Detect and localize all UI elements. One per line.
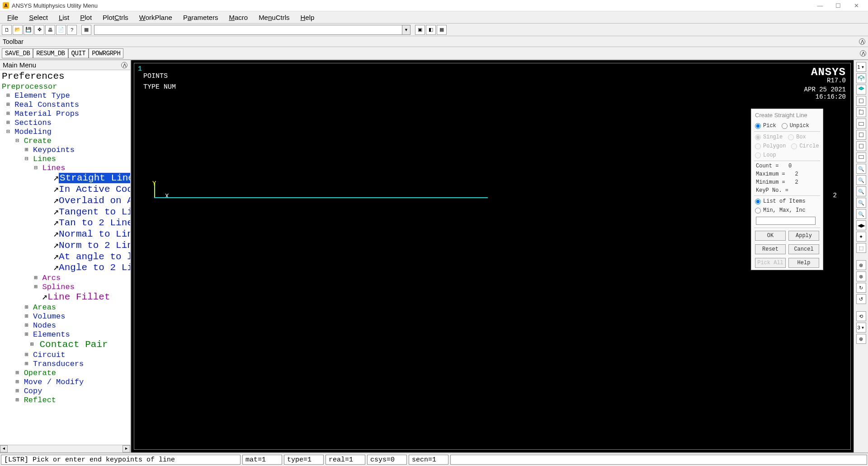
save-db-button[interactable]: SAVE_DB	[2, 48, 33, 58]
tree-lines-sub[interactable]: Lines	[42, 164, 65, 172]
maximize-button[interactable]: ☐	[829, 0, 847, 10]
rotate-z-icon[interactable]: ↻	[856, 283, 866, 293]
report-icon[interactable]: 📄	[56, 25, 66, 35]
tree-angle-to-2-lines[interactable]: Angle to 2 Lines	[59, 262, 130, 273]
menu-plotctrls[interactable]: PlotCtrls	[97, 13, 134, 22]
tree-splines[interactable]: Splines	[42, 283, 74, 291]
toolbar-expand-icon[interactable]: ⋀	[859, 38, 865, 45]
bottom-view-icon[interactable]	[856, 152, 866, 162]
raise-hidden-icon[interactable]: ▣	[415, 25, 425, 35]
tree-arcs[interactable]: Arcs	[42, 274, 61, 282]
zoom-back-icon[interactable]: 🔍	[856, 175, 866, 185]
menu-file[interactable]: File	[2, 13, 24, 22]
tree-element-type[interactable]: Element Type	[14, 91, 70, 100]
powrgrph-button[interactable]: POWRGRPH	[89, 48, 123, 58]
menu-plot[interactable]: Plot	[75, 13, 97, 22]
top-view-icon[interactable]	[856, 119, 866, 128]
radio-pick[interactable]: Pick	[755, 123, 776, 129]
tree-move-modify[interactable]: Move / Modify	[24, 378, 84, 386]
tree-circuit[interactable]: Circuit	[33, 351, 65, 359]
tree-at-angle-to-line[interactable]: At angle to line	[59, 252, 130, 262]
tree-elements[interactable]: Elements	[33, 330, 70, 339]
resum-db-button[interactable]: RESUM_DB	[33, 48, 68, 58]
scroll-right-icon[interactable]: ►	[123, 445, 130, 452]
contact-manager-icon[interactable]: ▦	[437, 25, 447, 35]
zoom-in-icon[interactable]: 🔍	[856, 209, 866, 219]
rotate-neg-icon[interactable]: ⟲	[856, 311, 866, 321]
tree-operate[interactable]: Operate	[24, 369, 56, 377]
menu-select[interactable]: Select	[24, 13, 53, 22]
right-view-icon[interactable]	[856, 107, 866, 117]
tree-normal-to-line[interactable]: Normal to Line	[59, 229, 130, 239]
tree-nodes[interactable]: Nodes	[33, 321, 56, 330]
dialog-help-button[interactable]: Help	[788, 258, 819, 268]
dialog-ok-button[interactable]: OK	[755, 231, 786, 241]
save-icon[interactable]: 💾	[24, 25, 33, 35]
radio-min-max-inc[interactable]: Min, Max, Inc	[755, 207, 806, 214]
tree-reflect[interactable]: Reflect	[24, 396, 56, 404]
reset-picking-icon[interactable]: ◧	[426, 25, 436, 35]
tree-create[interactable]: Create	[24, 137, 52, 145]
tree-in-active-coord[interactable]: In Active Coord	[59, 184, 130, 195]
tree-preferences[interactable]: Preferences	[2, 71, 65, 81]
close-button[interactable]: ✕	[847, 0, 865, 10]
quit-button[interactable]: QUIT	[68, 48, 89, 58]
pan-left-right-icon[interactable]: ◀▶	[856, 220, 866, 230]
tree-line-fillet[interactable]: Line Fillet	[47, 292, 110, 302]
zoom-box-icon[interactable]: 🔍	[856, 186, 866, 196]
tree-norm-to-2-lines[interactable]: Norm to 2 Lines	[59, 240, 130, 251]
minimize-button[interactable]: —	[811, 0, 829, 10]
tree-modeling[interactable]: Modeling	[14, 128, 52, 136]
tree-material-props[interactable]: Material Props	[14, 109, 79, 118]
dynamic-mode-icon[interactable]: ✦	[856, 232, 866, 242]
tree-contact-pair[interactable]: Contact Pair	[39, 339, 108, 350]
tree-horizontal-scrollbar[interactable]: ◄ ►	[0, 445, 130, 452]
zoom-win-icon[interactable]: 🔍	[856, 198, 866, 208]
menu-help[interactable]: Help	[295, 13, 320, 22]
open-icon[interactable]: 📂	[13, 25, 23, 35]
command-toggle-icon[interactable]: ▦	[81, 25, 91, 35]
dialog-reset-button[interactable]: Reset	[755, 244, 786, 254]
zoom-fit-icon[interactable]: 🔍	[856, 164, 866, 174]
cmdbar-expand-icon[interactable]: ⋀	[860, 50, 866, 57]
tree-real-constants[interactable]: Real Constants	[14, 100, 79, 109]
tree-lines[interactable]: Lines	[33, 155, 56, 163]
dialog-cancel-button[interactable]: Cancel	[788, 244, 819, 254]
tree-areas[interactable]: Areas	[33, 303, 56, 312]
tree-preprocessor[interactable]: Preprocessor	[2, 82, 57, 91]
main-menu-tree[interactable]: Preferences Preprocessor ⊞ Element Type …	[0, 70, 130, 452]
radio-unpick[interactable]: Unpick	[782, 123, 809, 129]
dynamic-rotate-icon[interactable]: ⊕	[856, 334, 866, 344]
tree-copy[interactable]: Copy	[24, 387, 42, 395]
command-history-dropdown[interactable]: ▼	[402, 25, 410, 34]
tree-overlaid-on-area[interactable]: Overlaid on Area	[59, 195, 130, 206]
pan-icon[interactable]: ✥	[34, 25, 44, 35]
pick-entry-field[interactable]	[756, 217, 816, 225]
window-layout-selector[interactable]: 1▼	[856, 62, 866, 72]
main-menu-collapse-icon[interactable]: ⋀	[121, 62, 127, 68]
tree-transducers[interactable]: Transducers	[33, 360, 84, 368]
rotate-x-icon[interactable]: ⊗	[856, 260, 866, 270]
menu-macro[interactable]: Macro	[223, 13, 253, 22]
new-icon[interactable]: 🗋	[2, 25, 12, 35]
left-view-icon[interactable]	[856, 141, 866, 151]
back-view-icon[interactable]	[856, 130, 866, 140]
iso-view-icon[interactable]	[856, 73, 866, 83]
tree-tangent-to-line[interactable]: Tangent to Line	[59, 207, 130, 217]
tree-sections[interactable]: Sections	[14, 119, 52, 127]
rotate-y-icon[interactable]: ⊗	[856, 271, 866, 281]
oblique-view-icon[interactable]	[856, 85, 866, 95]
tree-volumes[interactable]: Volumes	[33, 312, 65, 321]
tree-keypoints[interactable]: Keypoints	[33, 146, 75, 154]
radio-list-of-items[interactable]: List of Items	[755, 198, 806, 204]
menu-workplane[interactable]: WorkPlane	[134, 13, 178, 22]
front-view-icon[interactable]	[856, 96, 866, 106]
command-input[interactable]	[94, 25, 402, 34]
graphics-viewport[interactable]: 1 POINTS TYPE NUM ANSYS R17.0 APR 25 202…	[134, 63, 851, 450]
tree-straight-line[interactable]: Straight Line	[59, 173, 130, 183]
menu-list[interactable]: List	[53, 13, 75, 22]
help-icon[interactable]: ?	[67, 25, 77, 35]
rotate-iso-icon[interactable]: ↺	[856, 294, 866, 304]
menu-parameters[interactable]: Parameters	[178, 13, 224, 22]
dialog-apply-button[interactable]: Apply	[788, 231, 819, 241]
